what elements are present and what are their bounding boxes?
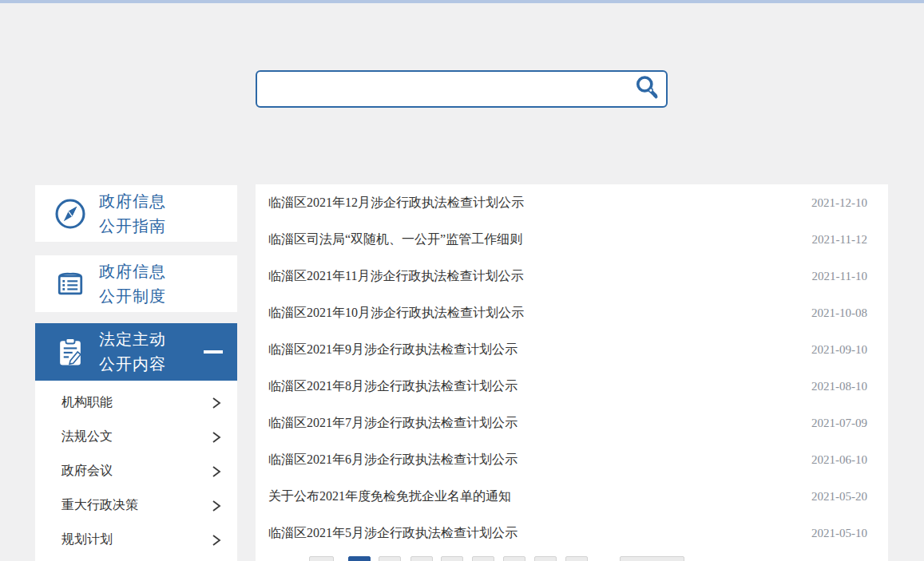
page-button[interactable]	[410, 556, 433, 561]
clipboard-pencil-icon	[53, 334, 88, 369]
article-title[interactable]: 临淄区2021年8月涉企行政执法检查计划公示	[268, 378, 795, 395]
page-button[interactable]	[472, 556, 494, 561]
article-date: 2021-10-08	[811, 306, 867, 320]
article-date: 2021-05-20	[811, 490, 867, 504]
page-button[interactable]	[565, 556, 588, 561]
article-title[interactable]: 临淄区司法局“双随机、一公开”监管工作细则	[268, 231, 796, 248]
article-row[interactable]: 临淄区2021年7月涉企行政执法检查计划公示 2021-07-09	[256, 405, 888, 441]
article-row[interactable]: 临淄区2021年11月涉企行政执法检查计划公示 2021-11-10	[256, 258, 888, 294]
article-title[interactable]: 临淄区2021年10月涉企行政执法检查计划公示	[268, 305, 795, 322]
article-title[interactable]: 临淄区2021年6月涉企行政执法检查计划公示	[268, 452, 795, 468]
compass-icon	[53, 196, 88, 231]
article-title[interactable]: 临淄区2021年12月涉企行政执法检查计划公示	[268, 195, 795, 211]
document-lines-icon	[53, 267, 88, 302]
chevron-right-icon	[212, 500, 221, 512]
page-button-current[interactable]	[348, 556, 371, 561]
article-date: 2021-08-10	[811, 380, 867, 393]
sidebar-submenu: 机构职能 法规公文 政府会议 重大行政决策 规划计划	[35, 381, 237, 561]
sidebar-item-statutory-disclosure[interactable]: 法定主动 公开内容	[35, 323, 237, 381]
article-date: 2021-11-12	[812, 233, 867, 247]
article-row[interactable]: 临淄区2021年12月涉企行政执法检查计划公示 2021-12-10	[256, 184, 888, 221]
sidebar-subitem-major-decisions[interactable]: 重大行政决策	[35, 488, 237, 523]
article-row[interactable]: 临淄区2021年9月涉企行政执法检查计划公示 2021-09-10	[256, 331, 888, 368]
page-button[interactable]	[309, 556, 334, 561]
page-button[interactable]	[379, 556, 401, 561]
sidebar: 政府信息 公开指南 政府信息 公开制度	[35, 185, 237, 561]
search-bar	[256, 70, 668, 108]
article-row[interactable]: 临淄区2021年8月涉企行政执法检查计划公示 2021-08-10	[256, 368, 888, 405]
article-title[interactable]: 临淄区2021年7月涉企行政执法检查计划公示	[268, 415, 795, 432]
sidebar-item-gov-info-system[interactable]: 政府信息 公开制度	[35, 255, 237, 312]
article-row[interactable]: 临淄区2021年5月涉企行政执法检查计划公示 2021-05-10	[256, 515, 888, 551]
collapse-minus-icon[interactable]	[204, 350, 223, 354]
article-date: 2021-09-10	[811, 343, 867, 357]
sidebar-subitem-gov-meetings[interactable]: 政府会议	[35, 454, 237, 488]
page-button[interactable]	[534, 556, 557, 561]
sidebar-subitem-planning[interactable]: 规划计划	[35, 523, 237, 557]
article-date: 2021-07-09	[811, 417, 867, 430]
sidebar-item-label: 法定主动 公开内容	[99, 327, 166, 377]
search-input[interactable]	[257, 72, 628, 106]
pagination	[256, 556, 888, 561]
page-button[interactable]	[441, 556, 463, 561]
article-date: 2021-11-10	[812, 270, 867, 283]
chevron-right-icon	[212, 397, 221, 409]
article-title[interactable]: 临淄区2021年11月涉企行政执法检查计划公示	[268, 268, 796, 285]
article-row[interactable]: 关于公布2021年度免检免扰企业名单的通知 2021-05-20	[256, 478, 888, 515]
page-top-accent-bar	[0, 0, 924, 3]
article-list-panel: 临淄区2021年12月涉企行政执法检查计划公示 2021-12-10 临淄区司法…	[256, 184, 888, 561]
search-button[interactable]	[628, 72, 666, 106]
article-date: 2021-05-10	[811, 527, 867, 540]
sidebar-subitem-org-functions[interactable]: 机构职能	[35, 385, 237, 420]
article-row[interactable]: 临淄区2021年6月涉企行政执法检查计划公示 2021-06-10	[256, 441, 888, 478]
page-button-next[interactable]	[620, 556, 684, 561]
search-icon	[633, 73, 661, 105]
article-title[interactable]: 临淄区2021年5月涉企行政执法检查计划公示	[268, 525, 795, 542]
sidebar-subitem-regulations[interactable]: 法规公文	[35, 420, 237, 454]
chevron-right-icon	[212, 534, 221, 547]
sidebar-item-label: 政府信息 公开制度	[99, 259, 166, 309]
sidebar-item-gov-info-guide[interactable]: 政府信息 公开指南	[35, 185, 237, 242]
sidebar-item-label: 政府信息 公开指南	[99, 189, 166, 239]
article-date: 2021-12-10	[811, 196, 867, 210]
article-row[interactable]: 临淄区司法局“双随机、一公开”监管工作细则 2021-11-12	[256, 221, 888, 258]
article-title[interactable]: 临淄区2021年9月涉企行政执法检查计划公示	[268, 342, 795, 358]
article-row[interactable]: 临淄区2021年10月涉企行政执法检查计划公示 2021-10-08	[256, 294, 888, 331]
article-title[interactable]: 关于公布2021年度免检免扰企业名单的通知	[268, 488, 795, 505]
chevron-right-icon	[212, 431, 221, 444]
chevron-right-icon	[212, 465, 221, 478]
article-date: 2021-06-10	[811, 453, 867, 467]
page-button[interactable]	[503, 556, 525, 561]
